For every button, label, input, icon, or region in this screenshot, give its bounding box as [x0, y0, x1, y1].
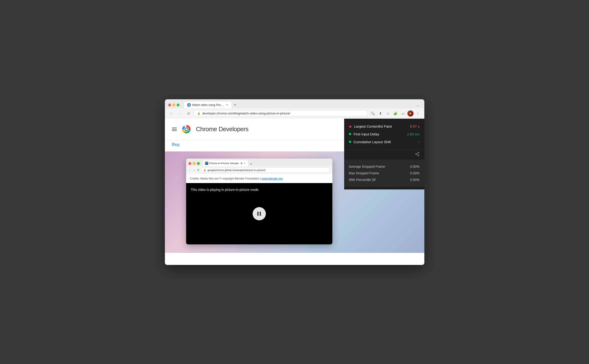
browser-window: Watch video using Picture-in-P ✕ + ⌄ ← →… [165, 99, 424, 265]
tab-close-button[interactable]: ✕ [225, 103, 229, 107]
web-vitals-section: Largest Contentful Paint 5.57 s First In… [344, 119, 424, 150]
back-button[interactable]: ← [168, 110, 175, 117]
inner-address-bar[interactable]: 🔒 googlechrome.github.io/samples/picture… [201, 168, 330, 173]
inner-address-text: googlechrome.github.io/samples/picture-i… [207, 169, 265, 171]
address-bar[interactable]: 🔒 developer.chrome.com/blog/watch-video-… [194, 110, 368, 117]
frame-stats-section: Average Dropped Frame 0.00% Max Dropped … [344, 159, 424, 187]
inner-lock-icon: 🔒 [203, 169, 206, 171]
inner-browser-toolbar: ← → ↺ 🔒 googlechrome.github.io/samples/p… [186, 166, 332, 174]
share-icon[interactable] [415, 152, 420, 158]
fid-value: 2.82 ms [407, 132, 419, 136]
performance-overlay: Largest Contentful Paint 5.57 s First In… [344, 119, 424, 189]
browser-titlebar: Watch video using Picture-in-P ✕ + ⌄ [165, 99, 424, 108]
profile-avatar[interactable]: A [407, 110, 414, 117]
toolbar-actions: 🔍 ⬆ ☆ 🧩 ▭ A ⋮ [370, 110, 421, 117]
lcp-label: Largest Contentful Paint [354, 124, 408, 128]
svg-point-5 [185, 128, 187, 130]
tab-bar: Watch video using Picture-in-P ✕ + [184, 102, 412, 108]
browser-toolbar: ← → ↺ 🔒 developer.chrome.com/blog/watch-… [165, 108, 424, 119]
blender-link[interactable]: www.blender.org [262, 177, 283, 180]
minimize-button[interactable] [172, 104, 175, 106]
video-area: This video is playing in picture-in-pict… [186, 183, 332, 244]
lcp-value: 5.57 s [410, 124, 420, 128]
percentile-dropped-frame-row: 95th Percentile DF 0.00% [349, 176, 420, 183]
video-status-text: This video is playing in picture-in-pict… [191, 188, 259, 192]
inner-tab-close-button[interactable]: ✕ [244, 162, 246, 164]
pause-bar-right [260, 212, 261, 216]
lcp-row: Largest Contentful Paint 5.57 s [349, 123, 420, 130]
avg-dropped-frame-row: Average Dropped Frame 0.00% [349, 163, 420, 170]
lock-icon: 🔒 [197, 112, 201, 115]
max-dropped-value: 0.00% [410, 171, 420, 175]
credits-suffix: . [283, 177, 283, 180]
inner-tab-pip-icon: ▣ [240, 162, 242, 164]
svg-point-9 [415, 153, 417, 155]
fid-indicator-icon [349, 133, 351, 135]
inner-page-content: Credits: Media files are © copyright Ble… [186, 174, 332, 244]
blog-link[interactable]: Blog [172, 143, 180, 147]
search-button[interactable]: 🔍 [370, 110, 376, 117]
inner-browser-window: 🎬 Picture-in-Picture Sample ▣ ✕ + ← → [186, 158, 332, 244]
inner-minimize-button[interactable] [193, 162, 195, 165]
percentile-dropped-value: 0.00% [410, 178, 420, 182]
address-text: developer.chrome.com/blog/watch-video-us… [202, 111, 364, 115]
cls-row: Cumulative Layout Shift - [349, 138, 420, 146]
split-view-button[interactable]: ▭ [400, 110, 406, 117]
hamburger-line [172, 128, 177, 128]
inner-new-tab-button[interactable]: + [249, 162, 253, 166]
reload-button[interactable]: ↺ [185, 110, 192, 117]
inner-back-button[interactable]: ← [188, 169, 191, 172]
svg-point-10 [418, 155, 419, 156]
pause-icon [257, 212, 261, 216]
pause-bar-left [257, 212, 259, 216]
inner-traffic-lights [188, 162, 200, 165]
share-button[interactable]: ⬆ [377, 110, 384, 117]
inner-active-tab[interactable]: 🎬 Picture-in-Picture Sample ▣ ✕ [203, 160, 248, 166]
site-title: Chrome Developers [196, 125, 249, 133]
svg-line-11 [417, 154, 418, 155]
active-tab[interactable]: Watch video using Picture-in-P ✕ [184, 102, 231, 108]
pause-button[interactable] [253, 207, 266, 220]
inner-tab-label: Picture-in-Picture Sample [209, 162, 239, 165]
hamburger-line [172, 129, 177, 130]
inner-forward-button[interactable]: → [193, 169, 195, 172]
close-button[interactable] [168, 104, 171, 106]
max-dropped-label: Max Dropped Frame [349, 171, 410, 175]
hamburger-line [172, 130, 177, 131]
extensions-button[interactable]: 🧩 [392, 110, 399, 117]
percentile-dropped-label: 95th Percentile DF [349, 178, 410, 182]
share-row [344, 150, 424, 159]
forward-button[interactable]: → [177, 110, 183, 117]
inner-tab-favicon-icon: 🎬 [205, 162, 208, 165]
fid-row: First Input Delay 2.82 ms [349, 130, 420, 138]
menu-button[interactable]: ⋮ [414, 110, 421, 117]
maximize-button[interactable] [177, 104, 180, 106]
inner-credits: Credits: Media files are © copyright Ble… [186, 174, 332, 183]
browser-content: Chrome Developers Blog [165, 119, 424, 265]
credits-text: Credits: Media files are © copyright Ble… [190, 177, 262, 180]
fid-label: First Input Delay [354, 132, 405, 136]
inner-close-button[interactable] [188, 162, 191, 165]
inner-browser-titlebar: 🎬 Picture-in-Picture Sample ▣ ✕ + [186, 158, 332, 166]
cls-value: - [418, 140, 420, 144]
lcp-indicator-icon [349, 125, 352, 127]
hamburger-menu-button[interactable] [172, 128, 177, 131]
tab-favicon-icon [187, 103, 191, 107]
max-dropped-frame-row: Max Dropped Frame 0.00% [349, 170, 420, 176]
svg-point-8 [418, 152, 419, 153]
cls-label: Cumulative Layout Shift [354, 140, 416, 144]
tab-dropdown-button[interactable]: ⌄ [414, 102, 421, 108]
new-tab-button[interactable]: + [232, 102, 239, 108]
traffic-lights [168, 104, 180, 106]
tab-label: Watch video using Picture-in-P [192, 103, 224, 107]
avg-dropped-label: Average Dropped Frame [349, 165, 410, 169]
inner-maximize-button[interactable] [197, 162, 200, 165]
bookmark-button[interactable]: ☆ [385, 110, 391, 117]
cls-indicator-icon [349, 141, 351, 143]
inner-reload-button[interactable]: ↺ [197, 169, 199, 172]
chrome-logo-icon [181, 123, 192, 135]
avg-dropped-value: 0.00% [410, 165, 420, 169]
svg-line-12 [417, 153, 418, 154]
svg-text:🎬: 🎬 [206, 162, 208, 165]
